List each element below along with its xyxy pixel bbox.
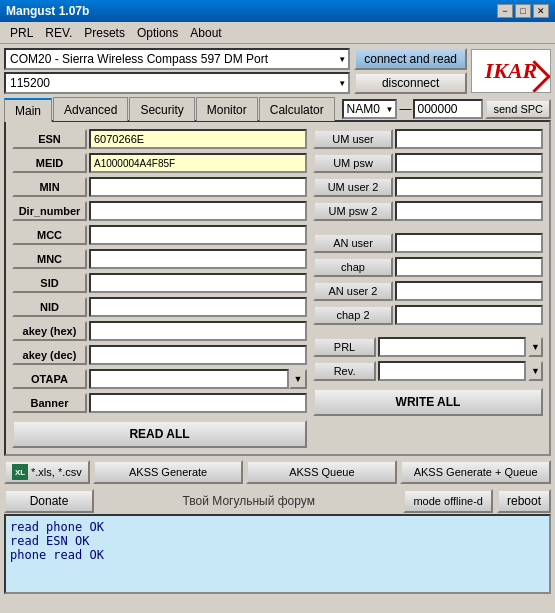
- akss-generate-button[interactable]: AKSS Generate: [93, 460, 244, 484]
- nid-input[interactable]: [89, 297, 307, 317]
- um-user2-row: UM user 2: [313, 176, 543, 198]
- menu-options[interactable]: Options: [131, 24, 184, 42]
- menu-bar: PRL REV. Presets Options About: [0, 22, 555, 44]
- com-port-arrow-icon: ▼: [338, 55, 346, 64]
- otapa-label: OTAPA: [12, 369, 87, 389]
- status-text: Твой Могульный форум: [98, 494, 399, 508]
- tab-security[interactable]: Security: [129, 97, 194, 121]
- send-spc-button[interactable]: send SPC: [485, 99, 551, 119]
- um-user2-button[interactable]: UM user 2: [313, 177, 393, 197]
- log-line-3: phone read OK: [10, 548, 545, 562]
- esn-row: ESN: [12, 128, 307, 150]
- six-digit-input[interactable]: 000000: [413, 99, 483, 119]
- akey-dec-label: akey (dec): [12, 345, 87, 365]
- an-user-input[interactable]: [395, 233, 543, 253]
- right-panel: UM user UM psw UM user 2 UM psw 2 AN use…: [313, 128, 543, 448]
- akey-hex-input[interactable]: [89, 321, 307, 341]
- mnc-row: MNC: [12, 248, 307, 270]
- log-area: read phone OK read ESN OK phone read OK: [4, 514, 551, 594]
- um-user-button[interactable]: UM user: [313, 129, 393, 149]
- write-all-button[interactable]: WRITE ALL: [313, 388, 543, 416]
- mcc-label: MCC: [12, 225, 87, 245]
- minimize-button[interactable]: −: [497, 4, 513, 18]
- prl-button[interactable]: PRL: [313, 337, 376, 357]
- rev-input[interactable]: [378, 361, 526, 381]
- an-user2-button[interactable]: AN user 2: [313, 281, 393, 301]
- tabs-row: Main Advanced Security Monitor Calculato…: [4, 97, 335, 121]
- mcc-input[interactable]: [89, 225, 307, 245]
- banner-input[interactable]: [89, 393, 307, 413]
- com-port-combo[interactable]: COM20 - Sierra Wireless Compass 597 DM P…: [4, 48, 350, 70]
- um-user-input[interactable]: [395, 129, 543, 149]
- baud-rate-arrow-icon: ▼: [338, 79, 346, 88]
- chap-row: chap: [313, 256, 543, 278]
- akey-dec-row: akey (dec): [12, 344, 307, 366]
- disconnect-button[interactable]: disconnect: [354, 72, 467, 94]
- prl-dropdown-button[interactable]: ▼: [528, 337, 543, 357]
- um-psw2-button[interactable]: UM psw 2: [313, 201, 393, 221]
- reboot-button[interactable]: reboot: [497, 489, 551, 513]
- main-content: ESN MEID MIN Dir_number MCC MNC: [4, 120, 551, 456]
- xls-label: *.xls, *.csv: [31, 466, 82, 478]
- com-section: COM20 - Sierra Wireless Compass 597 DM P…: [4, 48, 350, 94]
- esn-input[interactable]: [89, 129, 307, 149]
- tab-monitor[interactable]: Monitor: [196, 97, 258, 121]
- tab-calculator[interactable]: Calculator: [259, 97, 335, 121]
- chap-input[interactable]: [395, 257, 543, 277]
- mnc-input[interactable]: [89, 249, 307, 269]
- nid-label: NID: [12, 297, 87, 317]
- connect-button[interactable]: connect and read: [354, 48, 467, 70]
- donate-button[interactable]: Donate: [4, 489, 94, 513]
- title-bar: Mangust 1.07b − □ ✕: [0, 0, 555, 22]
- min-row: MIN: [12, 176, 307, 198]
- tab-advanced[interactable]: Advanced: [53, 97, 128, 121]
- sid-input[interactable]: [89, 273, 307, 293]
- min-label: MIN: [12, 177, 87, 197]
- read-all-button[interactable]: READ ALL: [12, 420, 307, 448]
- maximize-button[interactable]: □: [515, 4, 531, 18]
- um-psw2-row: UM psw 2: [313, 200, 543, 222]
- xls-button[interactable]: XL *.xls, *.csv: [4, 460, 90, 484]
- min-input[interactable]: [89, 177, 307, 197]
- menu-presets[interactable]: Presets: [78, 24, 131, 42]
- menu-prl[interactable]: PRL: [4, 24, 39, 42]
- mode-offline-button[interactable]: mode offline-d: [403, 489, 493, 513]
- dir-number-input[interactable]: [89, 201, 307, 221]
- akss-generate-queue-button[interactable]: AKSS Generate + Queue: [400, 460, 551, 484]
- title-bar-controls: − □ ✕: [497, 4, 549, 18]
- banner-row: Banner: [12, 392, 307, 414]
- close-button[interactable]: ✕: [533, 4, 549, 18]
- menu-rev[interactable]: REV.: [39, 24, 78, 42]
- chap2-button[interactable]: chap 2: [313, 305, 393, 325]
- top-row: COM20 - Sierra Wireless Compass 597 DM P…: [4, 48, 551, 94]
- akey-dec-input[interactable]: [89, 345, 307, 365]
- meid-input[interactable]: [89, 153, 307, 173]
- rev-dropdown-button[interactable]: ▼: [528, 361, 543, 381]
- chap2-input[interactable]: [395, 305, 543, 325]
- right-bottom-btns: WRITE ALL: [313, 388, 543, 416]
- um-psw-input[interactable]: [395, 153, 543, 173]
- um-psw2-input[interactable]: [395, 201, 543, 221]
- status-row: Donate Твой Могульный форум mode offline…: [4, 488, 551, 514]
- um-user2-input[interactable]: [395, 177, 543, 197]
- menu-about[interactable]: About: [184, 24, 227, 42]
- dir-number-label: Dir_number: [12, 201, 87, 221]
- action-row: XL *.xls, *.csv AKSS Generate AKSS Queue…: [4, 460, 551, 484]
- um-psw-button[interactable]: UM psw: [313, 153, 393, 173]
- left-panel: ESN MEID MIN Dir_number MCC MNC: [12, 128, 307, 448]
- rev-button[interactable]: Rev.: [313, 361, 376, 381]
- akss-queue-button[interactable]: AKSS Queue: [246, 460, 397, 484]
- an-user-row: AN user: [313, 232, 543, 254]
- prl-input[interactable]: [378, 337, 526, 357]
- chap-button[interactable]: chap: [313, 257, 393, 277]
- log-line-1: read phone OK: [10, 520, 545, 534]
- sid-label: SID: [12, 273, 87, 293]
- nam-combo[interactable]: NAM0 ▼: [342, 99, 397, 119]
- baud-rate-combo[interactable]: 115200 ▼: [4, 72, 350, 94]
- tab-main[interactable]: Main: [4, 98, 52, 122]
- an-user-button[interactable]: AN user: [313, 233, 393, 253]
- otapa-dropdown-button[interactable]: ▼: [289, 369, 307, 389]
- log-line-2: read ESN OK: [10, 534, 545, 548]
- an-user2-input[interactable]: [395, 281, 543, 301]
- otapa-input[interactable]: [89, 369, 289, 389]
